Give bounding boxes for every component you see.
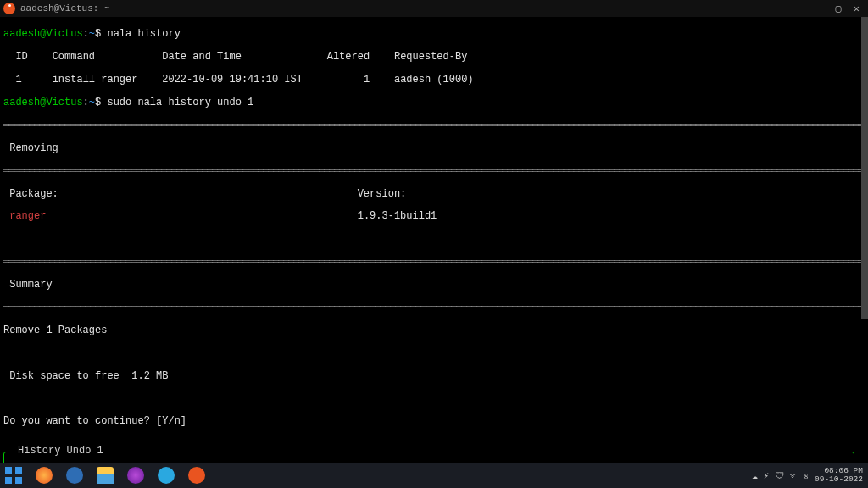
maximize-button[interactable]: ▢ xyxy=(836,3,842,15)
command-1: nala history xyxy=(107,28,180,40)
app-icon[interactable] xyxy=(127,467,144,484)
summary-heading: Summary xyxy=(3,280,865,291)
removing-heading: Removing xyxy=(3,143,865,154)
terminal-content[interactable]: aadesh@Victus:~$ nala history ID Command… xyxy=(0,17,868,488)
history-row: 1 install ranger 2022-10-09 19:41:10 IST… xyxy=(3,75,865,86)
minimize-button[interactable]: — xyxy=(817,3,823,15)
history-headers: ID Command Date and Time Altered Request… xyxy=(3,52,865,63)
window-controls: — ▢ ✕ xyxy=(817,3,860,15)
title-bar: aadesh@Victus: ~ — ▢ ✕ xyxy=(0,0,868,17)
start-icon[interactable] xyxy=(5,467,22,484)
ubuntu-terminal-icon[interactable] xyxy=(188,467,205,484)
close-button[interactable]: ✕ xyxy=(854,3,860,15)
pkg-headers: Package: Version: Size: xyxy=(3,189,865,200)
continue-prompt: Do you want to continue? [Y/n] xyxy=(3,416,865,427)
firefox-icon[interactable] xyxy=(36,467,53,484)
system-tray[interactable]: ☁ ⚡ 🛡 ᯤ ᴕ 08:06 PM 09-10-2022 xyxy=(752,467,863,485)
taskbar: ☁ ⚡ 🛡 ᯤ ᴕ 08:06 PM 09-10-2022 xyxy=(0,463,868,488)
tray-icons[interactable]: ☁ ⚡ 🛡 ᯤ ᴕ xyxy=(752,470,808,481)
remove-count: Remove 1 Packages xyxy=(3,325,865,336)
separator-icon: ════════════════════════════════════════… xyxy=(3,120,861,131)
command-2: sudo nala history undo 1 xyxy=(107,97,253,108)
disk-free: Disk space to free 1.2 MB xyxy=(3,371,865,382)
file-explorer-icon[interactable] xyxy=(97,467,114,484)
tray-clock[interactable]: 08:06 PM 09-10-2022 xyxy=(815,467,863,485)
prompt-userhost: aadesh@Victus xyxy=(3,28,83,40)
qbittorrent-icon[interactable] xyxy=(66,467,83,484)
ubuntu-icon xyxy=(3,3,15,14)
window-title: aadesh@Victus: ~ xyxy=(20,3,817,14)
pkg-row: ranger 1.9.3-1build1 1.2 MB xyxy=(3,211,865,222)
history-box-label: History Undo 1 xyxy=(16,446,105,457)
telegram-icon[interactable] xyxy=(158,467,175,484)
scrollbar[interactable] xyxy=(861,17,868,319)
